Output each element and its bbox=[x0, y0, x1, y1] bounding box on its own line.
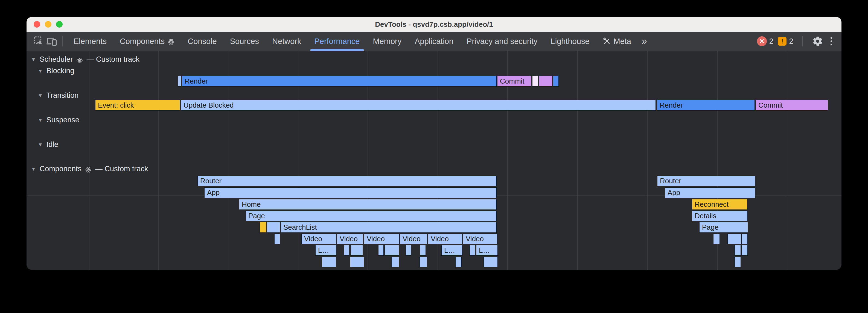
track-header-components[interactable]: ▼Components— Custom track bbox=[31, 163, 148, 174]
flame-bar-home[interactable]: Home bbox=[239, 199, 497, 210]
minimize-button[interactable] bbox=[45, 21, 52, 28]
collapse-triangle-icon[interactable]: ▼ bbox=[31, 166, 36, 172]
flame-bar-video[interactable]: Video bbox=[301, 234, 336, 244]
kebab-menu-icon[interactable] bbox=[828, 37, 834, 45]
tab-application[interactable]: Application bbox=[408, 32, 460, 51]
tabs: ElementsComponentsConsoleSourcesNetworkP… bbox=[67, 32, 638, 51]
tab-label: Privacy and security bbox=[467, 37, 538, 46]
flame-bar-video[interactable]: Video bbox=[428, 234, 462, 244]
flame-bar-page[interactable]: Page bbox=[699, 222, 748, 233]
flame-bar-searchlist[interactable]: SearchList bbox=[281, 222, 497, 233]
flame-bar-app[interactable]: App bbox=[665, 187, 755, 198]
tab-label: Application bbox=[414, 37, 454, 46]
tab-lighthouse[interactable]: Lighthouse bbox=[544, 32, 596, 51]
flame-bar-segment[interactable] bbox=[350, 257, 364, 267]
tab-console[interactable]: Console bbox=[181, 32, 223, 51]
more-tabs-icon[interactable]: » bbox=[642, 35, 646, 47]
gridline bbox=[647, 51, 648, 270]
flame-bar-router[interactable]: Router bbox=[657, 176, 755, 186]
flame-bar-segment[interactable] bbox=[322, 257, 336, 267]
tab-sources[interactable]: Sources bbox=[223, 32, 266, 51]
flame-bar-segment[interactable] bbox=[420, 245, 426, 256]
device-toolbar-icon[interactable] bbox=[45, 35, 58, 47]
track-label-text: Scheduler bbox=[40, 55, 73, 64]
flame-bar-video[interactable]: Video bbox=[400, 234, 428, 244]
warning-badge[interactable]: ! 2 bbox=[778, 37, 793, 46]
flame-bar-render[interactable]: Render bbox=[182, 76, 497, 86]
tab-network[interactable]: Network bbox=[266, 32, 308, 51]
lane-suspense[interactable]: ▼Suspense bbox=[38, 114, 79, 125]
flame-bar-segment[interactable] bbox=[741, 234, 748, 244]
flame-bar-segment[interactable] bbox=[259, 222, 266, 233]
error-badge[interactable]: ✕ 2 bbox=[757, 36, 774, 46]
flame-bar-reconnect[interactable]: Reconnect bbox=[692, 199, 747, 210]
flame-bar-segment[interactable] bbox=[378, 245, 384, 256]
flame-bar-details[interactable]: Details bbox=[692, 211, 748, 221]
flame-bar-update-blocked[interactable]: Update Blocked bbox=[181, 100, 656, 111]
react-icon bbox=[76, 57, 83, 63]
tab-privacy-and-security[interactable]: Privacy and security bbox=[460, 32, 544, 51]
active-tab-underline bbox=[310, 49, 364, 51]
flame-bar-segment[interactable] bbox=[484, 257, 498, 267]
flame-bar-segment[interactable] bbox=[735, 245, 741, 256]
track-header-scheduler[interactable]: ▼Scheduler— Custom track bbox=[31, 54, 140, 65]
close-button[interactable] bbox=[34, 21, 40, 28]
react-icon bbox=[167, 38, 175, 45]
lane-idle[interactable]: ▼Idle bbox=[38, 139, 58, 150]
flame-bar-segment[interactable] bbox=[713, 234, 720, 244]
gridline bbox=[577, 51, 578, 270]
tab-meta[interactable]: Meta bbox=[596, 32, 638, 51]
flame-bar-segment[interactable] bbox=[553, 76, 559, 86]
flame-bar-l[interactable]: L… bbox=[476, 245, 498, 256]
flame-bar-commit[interactable]: Commit bbox=[755, 100, 828, 111]
flame-bar-event-click[interactable]: Event: click bbox=[95, 100, 180, 111]
collapse-triangle-icon[interactable]: ▼ bbox=[38, 117, 43, 123]
flame-bar-video[interactable]: Video bbox=[463, 234, 497, 244]
flame-bar-segment[interactable] bbox=[420, 257, 427, 267]
flame-bar-segment[interactable] bbox=[741, 245, 748, 256]
flame-bar-app[interactable]: App bbox=[204, 187, 497, 198]
flame-bar-segment[interactable] bbox=[735, 257, 741, 267]
flame-bar-segment[interactable] bbox=[267, 222, 280, 233]
flame-bar-video[interactable]: Video bbox=[337, 234, 363, 244]
settings-gear-icon[interactable] bbox=[811, 35, 824, 47]
tab-performance[interactable]: Performance bbox=[308, 32, 366, 51]
gridline bbox=[158, 51, 159, 270]
collapse-triangle-icon[interactable]: ▼ bbox=[38, 142, 43, 148]
flame-bar-l[interactable]: L… bbox=[441, 245, 462, 256]
flame-bar-segment[interactable] bbox=[539, 76, 552, 86]
flame-bar-segment[interactable] bbox=[344, 245, 349, 256]
tab-label: Console bbox=[188, 37, 217, 46]
tab-components[interactable]: Components bbox=[113, 32, 181, 51]
zoom-button[interactable] bbox=[56, 21, 63, 28]
tab-elements[interactable]: Elements bbox=[67, 32, 113, 51]
devtools-toolbar: ElementsComponentsConsoleSourcesNetworkP… bbox=[27, 32, 841, 51]
lane-transition[interactable]: ▼Transition bbox=[38, 90, 79, 101]
flame-bar-video[interactable]: Video bbox=[364, 234, 400, 244]
flame-bar-page[interactable]: Page bbox=[246, 211, 497, 221]
lane-blocking[interactable]: ▼Blocking bbox=[38, 65, 74, 76]
flame-bar-segment[interactable] bbox=[532, 76, 538, 86]
inspect-element-icon[interactable] bbox=[33, 35, 45, 47]
flame-bar-segment[interactable] bbox=[470, 245, 475, 256]
collapse-triangle-icon[interactable]: ▼ bbox=[38, 68, 43, 74]
flame-bar-router[interactable]: Router bbox=[197, 176, 497, 186]
warning-icon: ! bbox=[778, 37, 786, 46]
flame-bar-segment[interactable] bbox=[391, 257, 399, 267]
flame-bar-l[interactable]: L… bbox=[315, 245, 336, 256]
flame-bar-commit[interactable]: Commit bbox=[497, 76, 531, 86]
tab-memory[interactable]: Memory bbox=[367, 32, 408, 51]
flame-bar-segment[interactable] bbox=[274, 234, 280, 244]
flame-bar-render[interactable]: Render bbox=[657, 100, 755, 111]
track-suffix: — Custom track bbox=[86, 55, 140, 64]
collapse-triangle-icon[interactable]: ▼ bbox=[31, 57, 36, 63]
flame-bar-segment[interactable] bbox=[455, 257, 462, 267]
flame-bar-segment[interactable] bbox=[406, 245, 411, 256]
collapse-triangle-icon[interactable]: ▼ bbox=[38, 93, 43, 99]
gridline bbox=[787, 51, 787, 270]
flame-bar-segment[interactable] bbox=[384, 245, 399, 256]
flame-bar-segment[interactable] bbox=[727, 234, 741, 244]
flame-bar-segment[interactable] bbox=[350, 245, 363, 256]
flame-bar-segment[interactable] bbox=[178, 76, 181, 86]
react-icon bbox=[85, 166, 92, 173]
